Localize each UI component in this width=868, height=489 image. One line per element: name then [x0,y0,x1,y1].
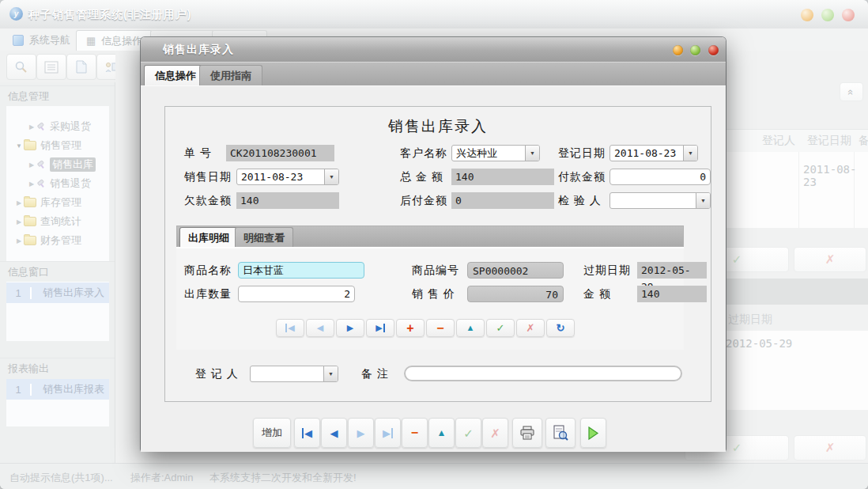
add-record-button[interactable]: 增加 [253,418,291,448]
inspector-value [610,193,696,208]
detail-confirm-button[interactable]: ✓ [486,319,515,337]
row-label: 销售出库录入 [32,286,104,300]
chevron-right-icon: ▶ [14,237,24,244]
detail-remove-button[interactable]: − [426,319,455,337]
customer-value: 兴达种业 [452,146,525,161]
dialog-title: 销售出库录入 [163,43,234,57]
detail-add-button[interactable]: + [396,319,425,337]
detail-first-record-button[interactable]: ◀ [276,319,304,337]
detail-tab-view[interactable]: 明细查看 [235,227,293,248]
amount-label: 金 额 [583,286,611,302]
dropdown-button[interactable]: ▼ [324,169,338,184]
chevron-down-icon: ▼ [530,150,535,156]
chevron-right-icon: ▶ [27,123,36,131]
dropdown-button[interactable]: ▼ [696,193,710,208]
dropdown-button[interactable]: ▼ [323,366,338,381]
maximize-button[interactable] [821,9,834,21]
sidebar-section-report-output[interactable]: 报表输出 [0,358,115,378]
tree-item-inventory-mgmt[interactable]: ▶ 库存管理 [6,193,109,212]
print-button[interactable] [512,418,542,448]
remarks-label: 备 注 [361,366,389,382]
run-report-button[interactable] [580,418,606,448]
tree-item-label: 财务管理 [40,233,81,248]
first-record-button[interactable]: ◀ [294,418,320,448]
delete-record-button[interactable]: − [402,418,428,448]
detail-edit-button[interactable]: ▲ [456,319,485,337]
amount-field: 140 [637,286,707,302]
tree-item-finance-mgmt[interactable]: ▶ 财务管理 [6,231,109,250]
tree-item-sales-outbound[interactable]: ▶ 销售出库 [6,155,109,174]
dialog-maximize-button[interactable] [690,45,700,55]
dialog-tab-info-operation[interactable]: 信息操作 [144,65,207,86]
collapse-panel-button[interactable]: « [840,82,863,101]
postpay-label: 后付金额 [400,192,447,209]
chevron-down-icon: ▼ [329,174,334,180]
detail-refresh-button[interactable]: ↻ [546,319,575,337]
grid-header-reg-date: 登记日期 [807,134,851,148]
detail-tab-bar: 出库明细 明细查看 [176,226,684,247]
sidebar-section-info-mgmt[interactable]: 信息管理 [0,85,115,106]
quantity-input[interactable] [238,286,355,302]
dialog-titlebar[interactable]: 销售出库录入 [141,37,726,62]
folder-icon [24,141,36,150]
product-name-input[interactable] [238,262,364,279]
registrar-select[interactable]: ▼ [250,366,338,382]
print-preview-icon [553,425,568,441]
window-titlebar: y 种子销售管理系统(非注册用户) [0,0,868,29]
row-label: 销售出库报表 [32,382,104,396]
report-toolbar-button[interactable] [36,54,66,80]
tree-item-label: 查询统计 [40,214,81,229]
chevron-right-icon: ▶ [14,199,24,207]
sale-date-select[interactable]: 2011-08-23 ▼ [236,169,339,185]
folder-icon [24,236,36,245]
minimize-button[interactable] [801,9,813,21]
check-icon: ✓ [732,252,742,267]
refresh-icon: ↻ [557,323,565,333]
dialog-close-button[interactable] [708,45,719,55]
tree-item-query-stats[interactable]: ▶ 查询统计 [6,212,109,231]
remarks-input[interactable] [404,366,682,381]
detail-next-record-button[interactable]: ▶ [336,319,364,337]
detail-cancel-button[interactable]: ✗ [516,319,545,337]
detail-last-record-button[interactable]: ▶ [366,319,394,337]
confirm-record-button[interactable]: ✓ [455,418,481,448]
sidebar-section-info-window[interactable]: 信息窗口 [0,261,115,282]
detail-prev-record-button[interactable]: ◀ [306,319,334,337]
close-button[interactable] [842,9,855,21]
background-cancel-button-2[interactable]: ✗ [794,435,866,461]
print-preview-button[interactable] [545,418,576,448]
product-code-label: 商品编号 [412,262,459,279]
check-icon: ✓ [463,427,474,439]
prev-record-button[interactable]: ◀ [321,418,347,448]
dialog-minimize-button[interactable] [673,45,683,55]
product-code-field: SP0000002 [467,262,564,279]
document-toolbar-button[interactable] [66,54,96,80]
tree-item-clipped[interactable] [6,106,109,117]
tree-item-sales-mgmt[interactable]: ▼ 销售管理 [6,136,109,155]
search-toolbar-button[interactable] [6,54,36,80]
tree-item-label: 销售退货 [50,176,91,191]
dropdown-button[interactable]: ▼ [525,146,539,161]
dropdown-button[interactable]: ▼ [683,146,697,161]
last-record-button[interactable]: ▶ [375,418,401,448]
arrears-label: 欠款金额 [184,192,232,209]
grid-cell-expiry: 2012-05-29 [726,337,792,350]
customer-select[interactable]: 兴达种业 ▼ [451,145,540,161]
status-message: 本系统支持二次开发和全新开发! [209,471,357,485]
detail-tab-outbound[interactable]: 出库明细 [179,227,238,248]
inspector-select[interactable]: ▼ [609,192,711,209]
background-cancel-button[interactable]: ✗ [794,247,866,272]
payment-amount-input[interactable] [609,169,711,185]
info-window-row[interactable]: 1 销售出库录入 [6,282,109,303]
report-output-row[interactable]: 1 销售出库报表 [6,379,109,400]
cancel-record-button[interactable]: ✗ [482,418,508,448]
tree-item-purchase-return[interactable]: ▶ 采购退货 [6,117,109,136]
tree-item-sales-return[interactable]: ▶ 销售退货 [6,174,109,193]
reg-date-select[interactable]: 2011-08-23 ▼ [609,145,698,161]
next-record-icon: ▶ [347,324,353,332]
edit-record-button[interactable]: ▲ [428,418,455,448]
dialog-tab-guide[interactable]: 使用指南 [199,65,262,86]
tab-system-nav[interactable]: 系统导航 [3,30,80,50]
grid-cell-reg-date: 2011-08-23 [803,163,868,188]
next-record-button[interactable]: ▶ [348,418,374,448]
